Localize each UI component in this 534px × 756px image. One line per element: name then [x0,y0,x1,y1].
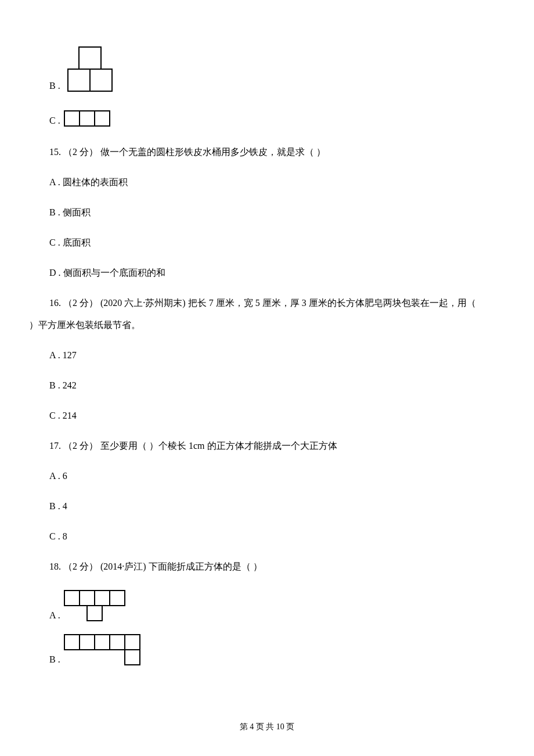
svg-rect-4 [80,111,95,126]
svg-rect-2 [90,69,112,91]
q17-stem: 17. （2 分） 至少要用（ ）个棱长 1cm 的正方体才能拼成一个大正方体 [49,439,505,453]
q14-option-c: C . [49,110,505,128]
q15-option-d: D . 侧面积与一个底面积的和 [49,266,505,280]
q15-option-c: C . 底面积 [49,236,505,250]
q16-option-c: C . 214 [49,409,505,423]
svg-rect-3 [64,111,80,126]
q16-stem-cont: ）平方厘米包装纸最节省。 [29,318,505,332]
q16-stem: 16. （2 分） (2020 六上·苏州期末) 把长 7 厘米，宽 5 厘米，… [49,296,505,310]
svg-rect-12 [80,635,95,650]
q18-option-a: A . [49,590,505,622]
svg-rect-8 [95,591,110,606]
svg-rect-6 [64,591,80,606]
option-label: C . [49,114,60,128]
svg-rect-1 [68,69,90,91]
q17-option-c: C . 8 [49,530,505,543]
q18-stem: 18. （2 分） (2014·庐江) 下面能折成正方体的是（ ） [49,560,505,574]
svg-rect-10 [87,606,102,621]
option-label: B . [49,79,60,93]
svg-rect-0 [79,47,101,69]
svg-rect-15 [125,635,140,650]
option-label: A . [49,609,60,622]
net-t-shape-icon [64,590,127,622]
q17-option-a: A . 6 [49,469,505,483]
q15-option-a: A . 圆柱体的表面积 [49,175,505,189]
svg-rect-7 [80,591,95,606]
svg-rect-9 [110,591,125,606]
svg-rect-14 [110,635,125,650]
q18-option-b: B . [49,634,505,667]
q16-option-a: A . 127 [49,348,505,362]
svg-rect-11 [64,635,80,650]
page-content: B . C . 15. （2 分） 做一个无盖的圆柱形铁皮水桶用多少铁皮，就是求… [0,0,534,667]
svg-rect-16 [125,650,140,665]
cubes-l-shape-icon [64,46,116,93]
page-footer: 第 4 页 共 10 页 [0,721,534,733]
q16-option-b: B . 242 [49,379,505,393]
q14-option-b: B . [49,46,505,93]
cubes-row-icon [64,110,111,128]
q17-option-b: B . 4 [49,499,505,513]
svg-rect-13 [95,635,110,650]
q15-stem: 15. （2 分） 做一个无盖的圆柱形铁皮水桶用多少铁皮，就是求（ ） [49,145,505,159]
q15-option-b: B . 侧面积 [49,206,505,219]
option-label: B . [49,653,60,667]
net-step-shape-icon [64,634,142,667]
svg-rect-5 [95,111,110,126]
